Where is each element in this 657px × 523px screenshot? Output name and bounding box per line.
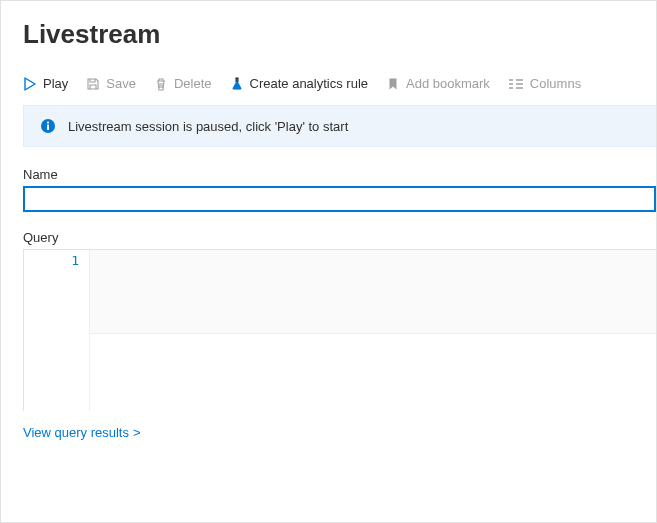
name-label: Name [23,167,656,182]
flask-icon [230,77,244,91]
line-number: 1 [24,253,79,268]
delete-button[interactable]: Delete [154,76,212,91]
info-message: Livestream session is paused, click 'Pla… [68,119,348,134]
view-results-label: View query results [23,425,129,440]
create-analytics-rule-label: Create analytics rule [250,76,369,91]
add-bookmark-label: Add bookmark [406,76,490,91]
query-label: Query [23,230,656,245]
delete-icon [154,77,168,91]
svg-point-2 [47,121,49,123]
page-title: Livestream [23,19,656,50]
add-bookmark-button[interactable]: Add bookmark [386,76,490,91]
view-query-results-link[interactable]: View query results > [23,425,141,440]
line-gutter: 1 [24,250,90,411]
chevron-right-icon: > [133,425,141,440]
query-field: Query 1 [23,230,656,411]
toolbar: Play Save Delete Create analytics rule A… [23,76,656,91]
query-editor: 1 [23,249,656,411]
name-field: Name [23,167,656,212]
svg-marker-0 [25,78,35,90]
info-bar: Livestream session is paused, click 'Pla… [23,105,656,147]
play-button[interactable]: Play [23,76,68,91]
save-label: Save [106,76,136,91]
delete-label: Delete [174,76,212,91]
columns-button[interactable]: Columns [508,76,581,91]
info-icon [40,118,56,134]
name-input[interactable] [23,186,656,212]
bookmark-icon [386,77,400,91]
columns-icon [508,77,524,91]
columns-label: Columns [530,76,581,91]
play-label: Play [43,76,68,91]
editor-empty-area[interactable] [90,334,656,411]
create-analytics-rule-button[interactable]: Create analytics rule [230,76,369,91]
query-input[interactable] [90,250,656,334]
svg-rect-3 [47,125,49,131]
save-icon [86,77,100,91]
play-icon [23,77,37,91]
save-button[interactable]: Save [86,76,136,91]
